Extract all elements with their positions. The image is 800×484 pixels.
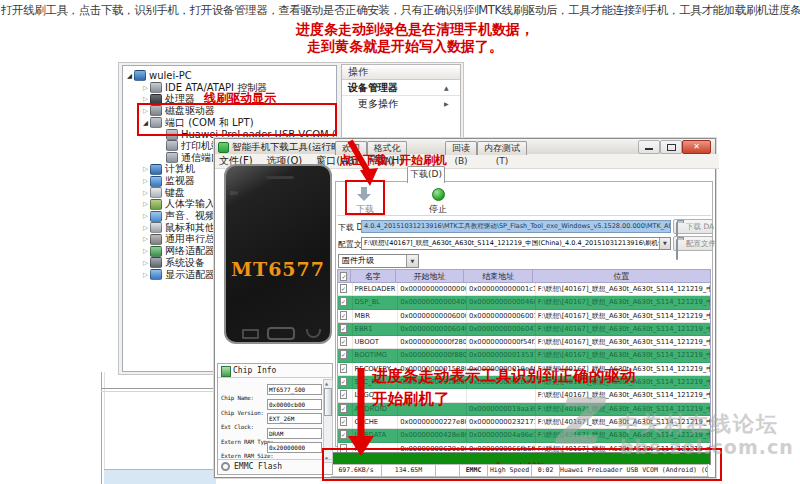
phone-menu-button — [242, 329, 259, 339]
partition-name: DSP_BL — [353, 296, 399, 308]
partition-checkbox[interactable]: ✓ — [340, 404, 347, 413]
table-header-row: ✓ 名字 开始地址 结束地址 位置 — [338, 270, 710, 283]
phone-chip-label: MT6577 — [226, 258, 330, 280]
partition-checkbox[interactable]: ✓ — [340, 417, 347, 426]
annotation-box-download-button — [345, 180, 385, 215]
tree-expander-icon[interactable]: ▷ — [141, 200, 150, 208]
phone-image: BM MT6577 — [224, 164, 332, 344]
tree-expander-icon[interactable]: ▷ — [141, 247, 150, 255]
partition-location: F:\联想\[40167]_联想_A630t_A630t_S114_121219… — [536, 283, 710, 295]
sound-device-icon — [150, 211, 162, 222]
tree-expander-icon[interactable]: ▷ — [141, 165, 150, 173]
partition-name: EBR1 — [353, 323, 399, 335]
watermark-logo: Z — [552, 390, 598, 454]
annotation-progress-note-2: 开始刷机了 — [372, 389, 450, 410]
tree-expander-icon[interactable]: ▷ — [141, 84, 150, 92]
da-browse-button[interactable]: 下载 DA — [673, 219, 713, 234]
combo-arrow-icon[interactable]: ▼ — [406, 255, 418, 267]
close-button[interactable]: ✕ — [682, 140, 711, 154]
partition-end-address: 0x0000000000f54f27 — [467, 336, 536, 348]
tree-expander-icon[interactable]: ▷ — [141, 177, 150, 185]
partition-end-address: 0x0000000023217117 — [467, 416, 536, 428]
phone-side-label: BM — [230, 190, 238, 196]
partition-row-mbr[interactable]: ✓MBR0x00000000006000000x00000000006001ff… — [338, 310, 710, 323]
partition-checkbox[interactable]: ✓ — [340, 297, 347, 306]
stop-button[interactable]: 停止 — [421, 184, 455, 213]
partition-end-address: 0x0000000000046023 — [467, 296, 536, 308]
chip-info-header[interactable]: Chip Info — [218, 364, 332, 378]
partition-checkbox[interactable]: ✓ — [340, 390, 347, 399]
partition-checkbox[interactable]: ✓ — [340, 324, 347, 333]
tree-expander-icon[interactable]: ◢ — [125, 72, 134, 80]
scatter-browse-button[interactable]: 配置文件 — [673, 236, 713, 251]
chip-info-field: Chip Version:0x0000cb00 — [221, 400, 321, 412]
computer-device-icon — [134, 70, 146, 81]
scatter-path-combobox[interactable]: F:\联想\[40167]_联想_A630t_A630t_S114_121219… — [361, 237, 671, 250]
partition-name: BOOTIMG — [353, 349, 399, 361]
tree-expander-icon[interactable]: ▷ — [141, 212, 150, 220]
phone-speaker — [266, 176, 294, 179]
da-path-field[interactable]: 4.0.4_20151031213916\MTK工具教程驱动\SP_Flash_… — [361, 220, 671, 233]
port-device-icon — [166, 140, 178, 151]
net-device-icon — [150, 246, 162, 257]
partition-start-address: 0x00000000428e8000 — [398, 429, 467, 441]
partition-location: F:\联想\[40167]_联想_A630t_A630t_S114_121219… — [536, 336, 710, 348]
action-pane-title: 操作 — [342, 65, 460, 80]
keyboard-device-icon — [150, 187, 162, 198]
tree-expander-icon[interactable]: ▷ — [141, 235, 150, 243]
partition-end-address: 0x000000004a96e18f — [467, 429, 536, 441]
partition-start-address: 0x0000000000040000 — [398, 296, 467, 308]
mode-select-combobox[interactable]: 固件升级 ▼ — [338, 254, 419, 268]
partition-row-dsp_bl[interactable]: ✓DSP_BL0x00000000000400000x0000000000046… — [338, 296, 710, 309]
partition-location: F:\联想\[40167]_联想_A630t_A630t_S114_121219… — [536, 310, 710, 322]
partition-checkbox[interactable]: ✓ — [340, 364, 347, 373]
device-tree-label: 显示适配器 — [165, 268, 215, 282]
action-pane-more-actions[interactable]: 更多操作 ▶ — [342, 96, 460, 111]
minimize-button[interactable] — [638, 140, 660, 154]
maximize-button[interactable] — [660, 140, 682, 154]
partition-checkbox[interactable]: ✓ — [340, 337, 347, 346]
tutorial-line-1: 打开线刷工具，点击下载，识别手机，打开设备管理器，查看驱动是否正确安装，只有正确… — [1, 3, 800, 18]
partition-end-address: 0x00000000013537ff — [467, 349, 536, 361]
gear-icon — [221, 462, 230, 471]
scrollbar-thumb[interactable] — [324, 388, 332, 416]
partition-end-address: 0x000000000001c193 — [467, 283, 536, 295]
chip-info-field: Extern RAM Size:0x20000000 — [221, 443, 321, 455]
partition-checkbox[interactable]: ✓ — [340, 350, 347, 359]
stop-icon — [432, 188, 445, 201]
partition-name: PRELOADER — [353, 283, 399, 295]
collapse-icon[interactable]: ▲ — [444, 80, 460, 95]
combo-arrow-icon[interactable]: ▼ — [659, 238, 670, 249]
partition-checkbox[interactable]: ✓ — [340, 284, 347, 293]
header-checkbox[interactable]: ✓ — [338, 270, 351, 283]
emmc-flash-section[interactable]: EMMC Flash — [218, 459, 332, 474]
partition-row-preloader[interactable]: ✓PRELOADER0x00000000000000000x0000000000… — [338, 283, 710, 296]
tree-expander-icon[interactable]: ▷ — [141, 224, 150, 232]
tree-expander-icon[interactable]: ▷ — [141, 189, 150, 197]
chip-field-value[interactable]: DRAM — [267, 428, 322, 439]
monitor-device-icon — [150, 176, 162, 187]
partition-location: F:\联想\[40167]_联想_A630t_A630t_S114_121219… — [536, 323, 710, 335]
partition-end-address: 0x00000000006041ff — [467, 323, 536, 335]
partition-checkbox[interactable]: ✓ — [340, 311, 347, 320]
partition-end-address — [467, 389, 536, 401]
partition-row-bootimg[interactable]: ✓BOOTIMG0x0000000000f880000x000000000135… — [338, 349, 710, 362]
chip-field-value[interactable]: 0x20000000 — [267, 442, 322, 453]
action-pane-device-manager[interactable]: 设备管理器 ▲ — [342, 80, 460, 96]
partition-row-ebr1[interactable]: ✓EBR10x00000000006040000x00000000006041f… — [338, 323, 710, 336]
hid-device-icon — [150, 199, 162, 210]
tree-expander-icon[interactable]: ▷ — [141, 259, 150, 267]
tab-memory-test[interactable]: 内存测试(T) — [477, 141, 527, 155]
partition-start-address: 0x0000000000f28000 — [398, 336, 467, 348]
partition-location: F:\联想\[40167]_联想_A630t_A630t_S114_121219… — [536, 296, 710, 308]
chip-field-value[interactable]: 0x0000cb00 — [267, 399, 322, 410]
tree-expander-icon[interactable]: ▷ — [141, 271, 150, 279]
partition-checkbox[interactable]: ✓ — [340, 430, 347, 439]
chip-field-value[interactable]: MT6577_S00 — [267, 384, 322, 395]
partition-checkbox[interactable]: ✓ — [340, 377, 347, 386]
chip-field-value[interactable]: EXT_26M — [267, 413, 322, 424]
tab-readback[interactable]: 回读(B) — [445, 141, 477, 155]
partition-location: F:\联想\[40167]_联想_A630t_A630t_S114_121219… — [536, 349, 710, 361]
partition-row-uboot[interactable]: ✓UBOOT0x0000000000f280000x0000000000f54f… — [338, 336, 710, 349]
partition-end-address: 0x00000000006001ff — [467, 310, 536, 322]
